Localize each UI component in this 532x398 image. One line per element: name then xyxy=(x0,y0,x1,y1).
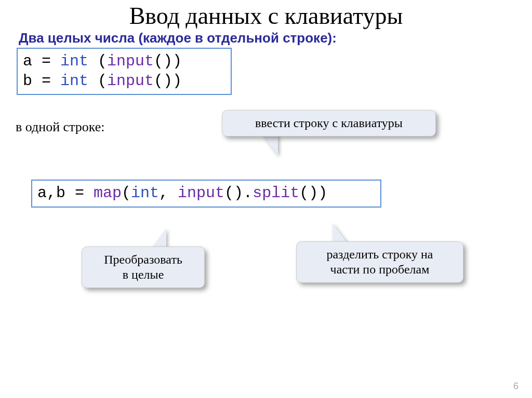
code-text: (). xyxy=(224,184,252,202)
keyword-int: int xyxy=(131,184,159,202)
code-text: a = xyxy=(23,52,60,70)
code-text: b = xyxy=(23,72,60,90)
func-split: split xyxy=(252,184,299,202)
label-one-line: в одной строке: xyxy=(16,119,105,135)
page-title: Ввод данных с клавиатуры xyxy=(0,2,532,30)
func-map: map xyxy=(94,184,122,202)
code-text: a,b = xyxy=(37,184,94,202)
code-text: ()) xyxy=(299,184,327,202)
page-number: 6 xyxy=(513,381,518,392)
code-text: ( xyxy=(122,184,131,202)
func-input: input xyxy=(178,184,224,202)
callout-split-spaces: разделить строку на части по пробелам xyxy=(296,241,463,283)
code-text: ()) xyxy=(154,72,182,90)
code-block-1: a = int (input()) b = int (input()) xyxy=(17,48,232,95)
callout-tail xyxy=(332,223,348,244)
callout-line: разделить строку на xyxy=(326,248,433,261)
code-text: , xyxy=(159,184,178,202)
keyword-int: int xyxy=(60,52,88,70)
keyword-int: int xyxy=(60,72,88,90)
code-text: ( xyxy=(88,52,107,70)
callout-convert-int: Преобразовать в целые xyxy=(82,246,205,288)
func-input: input xyxy=(107,72,154,90)
callout-tail xyxy=(151,228,166,249)
code-block-2: a,b = map(int, input().split()) xyxy=(31,180,381,208)
subtitle: Два целых числа (каждое в отдельной стро… xyxy=(19,30,337,46)
callout-input-string: ввести строку с клавиатуры xyxy=(222,110,436,136)
code-text: ()) xyxy=(154,52,182,70)
callout-line: Преобразовать xyxy=(104,253,182,266)
func-input: input xyxy=(107,52,154,70)
callout-line: в целые xyxy=(123,268,164,281)
callout-tail xyxy=(262,135,278,156)
code-text: ( xyxy=(88,72,107,90)
callout-line: части по пробелам xyxy=(330,263,430,276)
